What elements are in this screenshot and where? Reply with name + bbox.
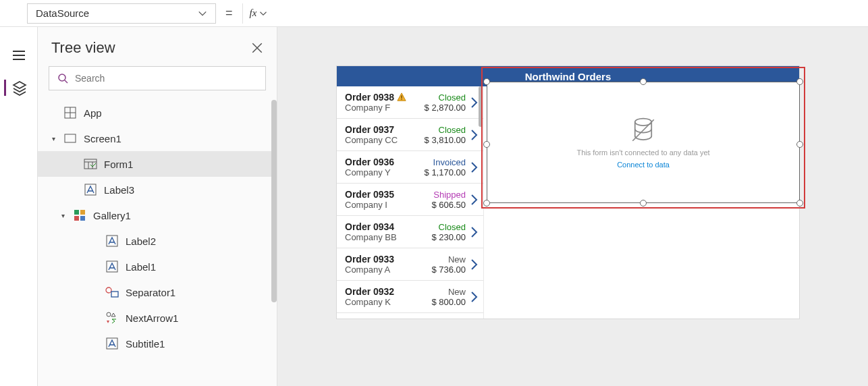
chevron-right-icon[interactable] — [470, 129, 478, 141]
gallery-item[interactable]: Order 0938 Company F Closed $ 2,870.00 — [337, 86, 483, 119]
gallery-item-amount: $ 230.00 — [431, 232, 466, 242]
tree-label: Label3 — [104, 184, 134, 196]
tree-item-separator1[interactable]: Separator1 — [38, 279, 277, 305]
search-input[interactable] — [75, 73, 257, 84]
chevron-right-icon[interactable] — [470, 258, 478, 271]
connect-to-data-link[interactable]: Connect to data — [617, 161, 670, 169]
gallery-item-subtitle: Company K — [345, 297, 427, 307]
gallery-item-right: Shipped $ 606.50 — [431, 190, 466, 210]
database-icon — [629, 116, 657, 144]
gallery-item[interactable]: Order 0934 Company BB Closed $ 230.00 — [337, 216, 483, 248]
svg-point-0 — [59, 74, 65, 81]
chevron-down-icon — [259, 9, 267, 18]
gallery-item-title: Order 0936 — [345, 157, 421, 167]
tree-item-subtitle1[interactable]: Subtitle1 — [38, 331, 277, 356]
canvas[interactable]: Northwind Orders Order 0938 Company F Cl… — [277, 27, 868, 386]
chevron-right-icon[interactable] — [470, 226, 478, 238]
resize-handle[interactable] — [640, 78, 647, 85]
chevron-right-icon[interactable] — [470, 291, 478, 303]
equals-sign: = — [216, 6, 242, 20]
app-icon — [63, 106, 77, 119]
tree-item-label2[interactable]: Label2 — [38, 228, 277, 254]
gallery-item-title: Order 0933 — [345, 254, 427, 265]
tree-item-label3[interactable]: Label3 — [38, 177, 277, 202]
gallery-item-right: Invoiced $ 1,170.00 — [425, 157, 466, 177]
tree-item-label1[interactable]: Label1 — [38, 254, 277, 279]
search-box[interactable] — [49, 66, 266, 90]
svg-rect-16 — [402, 99, 402, 100]
gallery-item-right: Closed $ 2,870.00 — [425, 92, 466, 113]
tree-label: App — [84, 107, 102, 119]
chevron-right-icon[interactable] — [470, 194, 478, 206]
screen-icon — [63, 132, 77, 145]
label-icon — [105, 234, 119, 248]
gallery-item-subtitle: Company CC — [345, 135, 421, 145]
svg-rect-5 — [74, 210, 79, 215]
resize-handle[interactable] — [796, 200, 803, 206]
tree-item-gallery1[interactable]: ▾ Gallery1 — [38, 202, 277, 228]
fx-label: fx — [250, 7, 257, 19]
gallery-item-right: New $ 800.00 — [431, 287, 466, 307]
gallery-icon — [73, 209, 86, 222]
chevron-right-icon[interactable] — [470, 96, 478, 109]
left-rail — [0, 27, 38, 386]
hamburger-icon[interactable] — [11, 47, 27, 63]
formula-input[interactable] — [274, 3, 868, 24]
gallery-item-subtitle: Company BB — [345, 232, 427, 242]
tree-item-nextarrow1[interactable]: NextArrow1 — [38, 305, 277, 331]
chevron-down-icon — [198, 9, 207, 18]
resize-handle[interactable] — [483, 200, 490, 206]
gallery-item-status: Closed — [425, 92, 466, 103]
gallery-item[interactable]: Order 0932 Company K New $ 800.00 — [337, 281, 483, 313]
tree-item-form1[interactable]: Form1 — [38, 151, 277, 177]
tree-item-app[interactable]: App — [38, 100, 277, 126]
tree-header: Tree view — [38, 27, 277, 66]
resize-handle[interactable] — [796, 141, 803, 148]
gallery-item[interactable]: Order 0937 Company CC Closed $ 3,810.00 — [337, 119, 483, 151]
svg-point-11 — [106, 287, 111, 293]
resize-handle[interactable] — [483, 141, 490, 148]
fx-button[interactable]: fx — [242, 3, 275, 24]
gallery-item-subtitle: Company A — [345, 265, 427, 275]
close-icon[interactable] — [251, 42, 263, 54]
layers-icon — [11, 80, 28, 96]
tree-view-tab[interactable] — [4, 80, 28, 96]
label-icon — [105, 260, 119, 273]
svg-rect-15 — [402, 95, 402, 98]
tree-label: Separator1 — [126, 287, 175, 298]
chevron-right-icon[interactable] — [470, 161, 478, 173]
warning-icon — [397, 92, 406, 102]
gallery-item-text: Order 0934 Company BB — [345, 221, 427, 242]
gallery-item[interactable]: Order 0935 Company I Shipped $ 606.50 — [337, 184, 483, 216]
tree-label: Form1 — [104, 159, 133, 170]
tree-title: Tree view — [51, 39, 115, 57]
form-icon — [84, 157, 97, 171]
property-dropdown[interactable]: DataSource — [27, 3, 216, 24]
label-icon — [84, 183, 97, 196]
gallery-item[interactable]: Order 0936 Company Y Invoiced $ 1,170.00 — [337, 151, 483, 184]
gallery-item-right: New $ 736.00 — [431, 254, 466, 275]
tree-label: Subtitle1 — [126, 338, 165, 350]
tree-panel: Tree view App ▾ Screen1 — [38, 27, 277, 386]
form1-selection[interactable]: This form isn't connected to any data ye… — [481, 67, 805, 209]
tree-list: App ▾ Screen1 Form1 Label3 — [38, 100, 277, 386]
gallery-item-text: Order 0935 Company I — [345, 189, 427, 210]
gallery-item-title: Order 0937 — [345, 124, 421, 135]
gallery-item-amount: $ 606.50 — [431, 200, 466, 210]
gallery-item[interactable]: Order 0933 Company A New $ 736.00 — [337, 248, 483, 281]
gallery-item-amount: $ 800.00 — [431, 297, 466, 307]
tree-item-screen1[interactable]: ▾ Screen1 — [38, 126, 277, 151]
caret-down-icon[interactable]: ▾ — [50, 135, 57, 142]
caret-down-icon[interactable]: ▾ — [59, 212, 66, 219]
resize-handle[interactable] — [640, 200, 647, 206]
svg-point-13 — [107, 312, 111, 316]
gallery-item-subtitle: Company I — [345, 200, 427, 210]
form1-surface[interactable]: This form isn't connected to any data ye… — [487, 82, 800, 203]
gallery[interactable]: Order 0938 Company F Closed $ 2,870.00 O… — [337, 86, 484, 319]
tree-label: NextArrow1 — [126, 312, 178, 324]
resize-handle[interactable] — [796, 78, 803, 85]
body-area: Tree view App ▾ Screen1 — [0, 27, 868, 386]
scrollbar-thumb[interactable] — [271, 100, 277, 302]
tree-label: Gallery1 — [93, 210, 131, 221]
resize-handle[interactable] — [483, 78, 490, 85]
